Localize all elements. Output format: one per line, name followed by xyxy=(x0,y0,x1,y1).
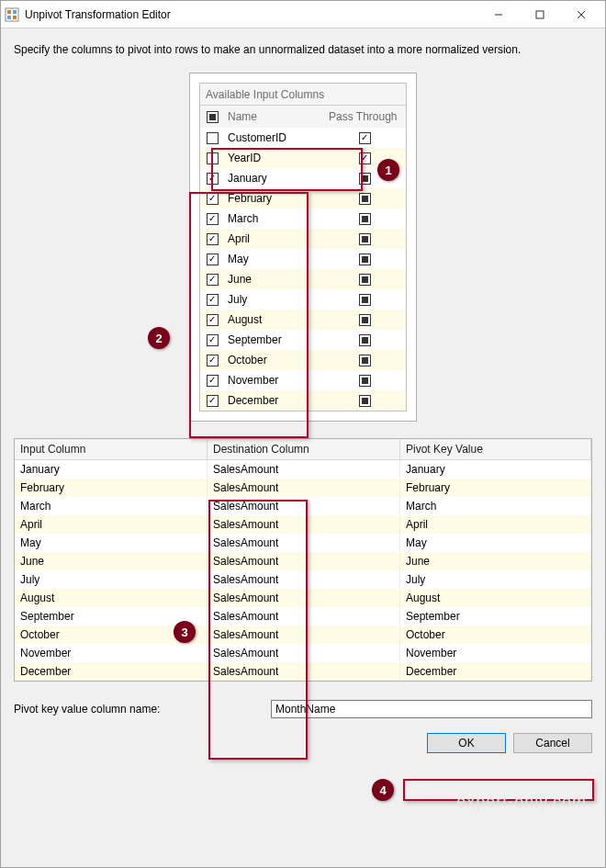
mapping-input-cell[interactable]: October xyxy=(15,626,208,644)
pass-through-checkbox[interactable] xyxy=(359,193,371,205)
row-checkbox[interactable] xyxy=(207,375,219,387)
col-header-name: Name xyxy=(224,110,325,123)
mapping-input-cell[interactable]: August xyxy=(15,589,208,607)
row-name: March xyxy=(224,212,325,225)
mapping-pkv-cell[interactable]: December xyxy=(400,662,591,681)
row-checkbox[interactable] xyxy=(207,233,219,245)
mapping-row: NovemberSalesAmountNovember xyxy=(15,644,591,662)
col-header-pkv: Pivot Key Value xyxy=(400,439,591,459)
minimize-button[interactable] xyxy=(477,1,519,28)
mapping-dest-cell[interactable]: SalesAmount xyxy=(208,497,400,515)
titlebar: Unpivot Transformation Editor xyxy=(1,1,605,28)
mapping-dest-cell[interactable]: SalesAmount xyxy=(208,644,400,662)
row-checkbox[interactable] xyxy=(207,132,219,144)
mapping-input-cell[interactable]: July xyxy=(15,570,208,589)
input-column-row: March xyxy=(200,209,406,229)
row-name: October xyxy=(224,354,325,366)
mapping-pkv-cell[interactable]: January xyxy=(400,460,591,479)
pkv-input[interactable] xyxy=(271,700,592,718)
window: Unpivot Transformation Editor Specify th… xyxy=(0,0,606,868)
maximize-button[interactable] xyxy=(519,1,560,28)
button-row: OK Cancel xyxy=(14,727,592,762)
mapping-row: OctoberSalesAmountOctober xyxy=(15,626,591,644)
mapping-pkv-cell[interactable]: November xyxy=(400,644,591,662)
pass-through-checkbox[interactable] xyxy=(359,294,371,306)
mapping-input-cell[interactable]: September xyxy=(15,607,208,626)
row-checkbox[interactable] xyxy=(207,254,219,265)
row-name: September xyxy=(224,333,325,346)
mapping-pkv-cell[interactable]: July xyxy=(400,570,591,589)
input-columns-header: Available Input Columns xyxy=(200,84,406,106)
row-checkbox[interactable] xyxy=(207,314,219,326)
mapping-input-cell[interactable]: March xyxy=(15,497,208,515)
mapping-dest-cell[interactable]: SalesAmount xyxy=(208,662,400,681)
cancel-button[interactable]: Cancel xyxy=(513,733,592,753)
mapping-pkv-cell[interactable]: February xyxy=(400,479,591,497)
mapping-row: FebruarySalesAmountFebruary xyxy=(15,479,591,497)
pass-through-checkbox[interactable] xyxy=(359,233,371,245)
row-name: January xyxy=(224,172,325,185)
input-column-row: September xyxy=(200,330,406,350)
pass-through-checkbox[interactable] xyxy=(359,213,371,225)
mapping-dest-cell[interactable]: SalesAmount xyxy=(208,534,400,552)
svg-rect-6 xyxy=(536,11,544,18)
mapping-input-cell[interactable]: February xyxy=(15,479,208,497)
row-checkbox[interactable] xyxy=(207,294,219,306)
mapping-dest-cell[interactable]: SalesAmount xyxy=(208,589,400,607)
pass-through-checkbox[interactable] xyxy=(359,375,371,387)
col-header-dest: Destination Column xyxy=(208,439,400,459)
row-checkbox[interactable] xyxy=(207,213,219,225)
pass-through-checkbox[interactable] xyxy=(359,274,371,286)
input-column-row: April xyxy=(200,229,406,249)
mapping-dest-cell[interactable]: SalesAmount xyxy=(208,626,400,644)
pass-through-checkbox[interactable] xyxy=(359,254,371,265)
mapping-pkv-cell[interactable]: May xyxy=(400,534,591,552)
row-checkbox[interactable] xyxy=(207,274,219,286)
row-name: CustomerID xyxy=(224,131,325,144)
row-checkbox[interactable] xyxy=(207,173,219,185)
mapping-pkv-cell[interactable]: March xyxy=(400,497,591,515)
mapping-row: JuneSalesAmountJune xyxy=(15,552,591,570)
window-title: Unpivot Transformation Editor xyxy=(25,8,477,21)
pass-through-checkbox[interactable] xyxy=(359,355,371,366)
close-button[interactable] xyxy=(560,1,601,28)
mapping-row: SeptemberSalesAmountSeptember xyxy=(15,607,591,626)
mapping-dest-cell[interactable]: SalesAmount xyxy=(208,460,400,479)
mapping-input-cell[interactable]: June xyxy=(15,552,208,570)
pass-through-checkbox[interactable] xyxy=(359,132,371,144)
row-name: July xyxy=(224,293,325,306)
row-checkbox[interactable] xyxy=(207,193,219,205)
pass-through-checkbox[interactable] xyxy=(359,173,371,185)
row-checkbox[interactable] xyxy=(207,355,219,366)
ok-button[interactable]: OK xyxy=(427,733,506,753)
svg-rect-3 xyxy=(7,16,11,19)
mapping-input-cell[interactable]: November xyxy=(15,644,208,662)
mapping-pkv-cell[interactable]: June xyxy=(400,552,591,570)
pass-through-checkbox[interactable] xyxy=(359,395,371,407)
input-column-row: February xyxy=(200,188,406,209)
pass-through-checkbox[interactable] xyxy=(359,314,371,326)
pass-through-checkbox[interactable] xyxy=(359,334,371,346)
mapping-pkv-cell[interactable]: April xyxy=(400,515,591,534)
mapping-dest-cell[interactable]: SalesAmount xyxy=(208,570,400,589)
mapping-dest-cell[interactable]: SalesAmount xyxy=(208,479,400,497)
mapping-pkv-cell[interactable]: August xyxy=(400,589,591,607)
mapping-pkv-cell[interactable]: September xyxy=(400,607,591,626)
pass-through-checkbox[interactable] xyxy=(359,152,371,164)
mapping-dest-cell[interactable]: SalesAmount xyxy=(208,607,400,626)
pkv-column-row: Pivot key value column name: xyxy=(14,700,592,718)
mapping-dest-cell[interactable]: SalesAmount xyxy=(208,515,400,534)
row-checkbox[interactable] xyxy=(207,152,219,164)
mapping-input-cell[interactable]: May xyxy=(15,534,208,552)
row-checkbox[interactable] xyxy=(207,395,219,407)
mapping-input-cell[interactable]: January xyxy=(15,460,208,479)
mapping-input-cell[interactable]: April xyxy=(15,515,208,534)
row-checkbox[interactable] xyxy=(207,334,219,346)
mapping-pkv-cell[interactable]: October xyxy=(400,626,591,644)
mapping-dest-cell[interactable]: SalesAmount xyxy=(208,552,400,570)
mapping-table: Input Column Destination Column Pivot Ke… xyxy=(14,438,592,682)
input-column-row: June xyxy=(200,269,406,289)
select-all-checkbox[interactable] xyxy=(207,111,219,123)
mapping-input-cell[interactable]: December xyxy=(15,662,208,681)
row-name: YearID xyxy=(224,152,325,164)
